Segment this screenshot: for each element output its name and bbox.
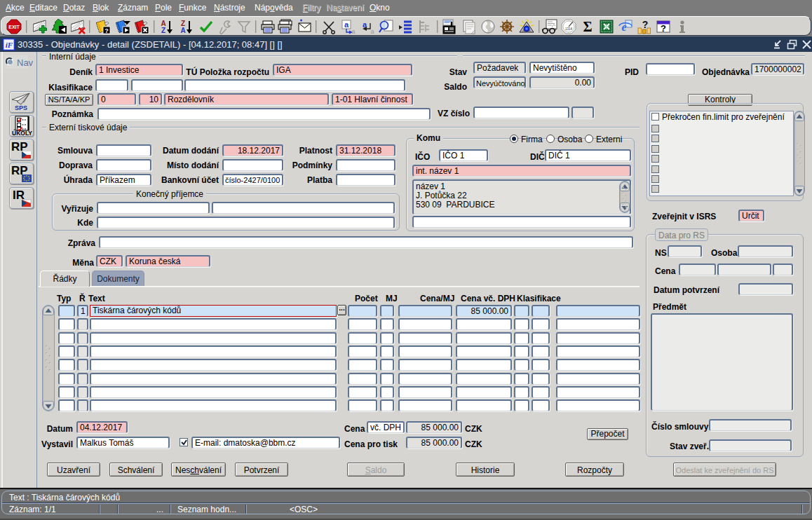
svg-text:a: a (370, 28, 374, 34)
svg-text:ÚKOLY: ÚKOLY (12, 129, 32, 136)
svg-text:?: ? (661, 23, 666, 34)
svg-text:A: A (180, 27, 185, 34)
svg-text:?: ? (642, 19, 649, 30)
svg-text:1314: 1314 (565, 27, 573, 31)
svg-text:SPS: SPS (15, 104, 27, 111)
svg-text:a: a (344, 20, 349, 29)
svg-text:EXIT: EXIT (8, 25, 20, 29)
svg-text:?: ? (104, 27, 109, 34)
svg-text:Z: Z (161, 27, 165, 34)
svg-text:iF: iF (6, 41, 13, 49)
svg-text:a: a (351, 28, 355, 34)
svg-text:Σ: Σ (583, 19, 592, 34)
